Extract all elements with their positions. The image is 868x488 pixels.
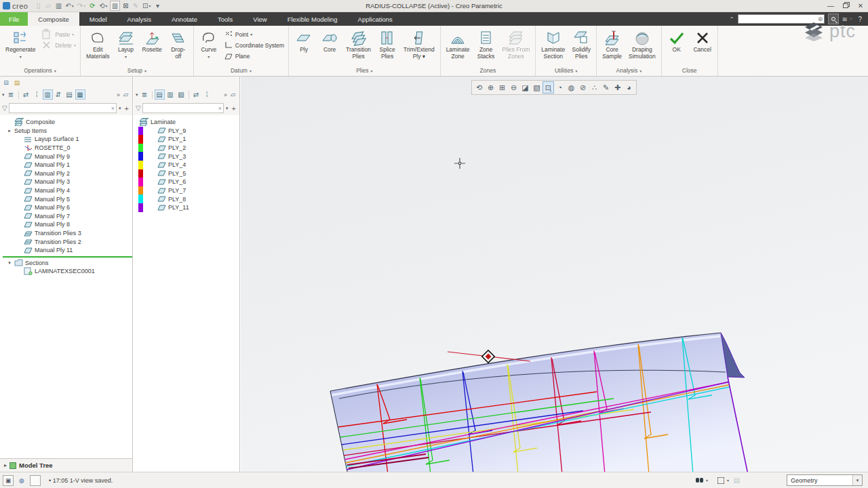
rosette-button[interactable]: Rosette: [140, 27, 165, 66]
ok-button[interactable]: OK: [665, 27, 689, 66]
point-button[interactable]: Point▾: [222, 29, 285, 39]
core-sample-button[interactable]: CoreSample: [599, 27, 625, 66]
tab-applications[interactable]: Applications: [348, 12, 403, 26]
close-window-icon[interactable]: ⊠: [121, 1, 130, 11]
minimize-button[interactable]: —: [823, 1, 838, 12]
ply-item-ply_9[interactable]: PLY_9: [136, 127, 239, 136]
tab-annotate[interactable]: Annotate: [161, 12, 208, 26]
tree-item-manual-ply-9[interactable]: Manual Ply 9: [3, 152, 132, 161]
laminate-options-caret[interactable]: ▾: [135, 92, 139, 98]
coordinate-system-button[interactable]: Coordinate System: [222, 40, 285, 50]
laminate-zone-button[interactable]: LaminateZone: [443, 27, 473, 66]
laminate-icon[interactable]: ≣: [140, 89, 150, 100]
tree-item-laminatexsec0001[interactable]: LAMINATEXSEC0001: [3, 267, 132, 276]
select-marquee-icon[interactable]: [717, 477, 724, 484]
status-blank-icon[interactable]: [30, 475, 41, 486]
tree-item-setup-items[interactable]: ▸Setup Items: [3, 127, 132, 136]
drop-off-button[interactable]: Drop-off: [166, 27, 191, 66]
restore-button[interactable]: [838, 1, 853, 12]
tree-item-layup-surface-1[interactable]: Layup Surface 1: [3, 135, 132, 144]
list-view-icon[interactable]: ▥: [165, 89, 176, 100]
ply-item-ply_7[interactable]: PLY_7: [136, 186, 239, 195]
model-tree-footer[interactable]: ▸ Model Tree: [0, 458, 132, 472]
refresh-icon[interactable]: ⟲▾: [98, 1, 108, 11]
report-icon[interactable]: ▱: [228, 89, 238, 100]
group-label-datum[interactable]: Datum▾: [197, 66, 285, 75]
overflow-icon[interactable]: »: [224, 92, 227, 98]
tab-file[interactable]: File: [0, 12, 28, 26]
report-icon[interactable]: ▱: [121, 89, 131, 100]
filter-dropdown-icon[interactable]: ▾: [225, 106, 229, 111]
status-select-icon[interactable]: ▣: [3, 475, 14, 486]
tab-view[interactable]: View: [243, 12, 277, 26]
ply-item-ply_8[interactable]: PLY_8: [136, 195, 239, 203]
tree-item-manual-ply-11[interactable]: Manual Ply 11: [3, 246, 132, 255]
hierarchy-icon[interactable]: ⇄: [21, 89, 31, 100]
tab-tools[interactable]: Tools: [208, 12, 243, 26]
ply-item-ply_4[interactable]: PLY_4: [136, 161, 239, 169]
list-icon[interactable]: ⁞: [32, 89, 42, 100]
layup-button[interactable]: Layup▾: [114, 27, 138, 66]
datum-point-marker[interactable]: [482, 350, 494, 363]
folder-browser-tab-icon[interactable]: ▤: [13, 79, 21, 87]
group-label-setup[interactable]: Setup▾: [83, 66, 191, 75]
composite-model[interactable]: [241, 77, 868, 472]
find-dropdown-icon[interactable]: ▾: [706, 478, 708, 483]
tree-item-composite[interactable]: Composite: [3, 118, 132, 127]
tree-item-manual-ply-6[interactable]: Manual Ply 6: [3, 203, 132, 212]
tab-model[interactable]: Model: [79, 12, 117, 26]
navigator-tab-icon[interactable]: ⊟: [2, 79, 10, 87]
windows-icon[interactable]: ▥: [110, 1, 120, 11]
tree-item-manual-ply-4[interactable]: Manual Ply 4: [3, 186, 132, 195]
laminate-section-button[interactable]: LaminateSection: [538, 27, 568, 66]
ply-item-ply_1[interactable]: PLY_1: [136, 135, 239, 144]
model-tree-icon[interactable]: ≣: [6, 89, 16, 100]
hierarchy-icon[interactable]: ⇄: [191, 89, 201, 100]
regenerate-quick-icon[interactable]: ⟳: [87, 1, 97, 11]
filter-clear-icon[interactable]: ×: [218, 105, 222, 112]
marquee-dropdown-icon[interactable]: ▾: [727, 478, 729, 483]
ribbon-collapse-icon[interactable]: ⌃: [730, 16, 734, 22]
transition-plies-button[interactable]: TransitionPlies: [343, 27, 374, 66]
tree-item-transition-plies-3[interactable]: Transition Plies 3: [3, 229, 132, 238]
filter-clear-icon[interactable]: ×: [111, 105, 115, 112]
sort-filter-icon[interactable]: ⇵: [54, 89, 64, 100]
splice-plies-button[interactable]: SplicePlies: [375, 27, 399, 66]
columns-icon[interactable]: ▥: [43, 89, 53, 100]
group-label-operations[interactable]: Operations▾: [3, 66, 77, 75]
overflow-icon[interactable]: »: [117, 92, 120, 98]
ply-item-ply_11[interactable]: PLY_11: [136, 203, 239, 212]
close-button[interactable]: ✕: [853, 1, 868, 12]
layup-surface[interactable]: [330, 333, 748, 472]
group-label-plies[interactable]: Plies▾: [292, 66, 437, 75]
ply-button[interactable]: Ply: [292, 27, 316, 66]
qat-more-icon[interactable]: ▾: [153, 1, 162, 11]
tree-item-laminate[interactable]: Laminate: [136, 118, 239, 127]
filter-dropdown-icon[interactable]: ▾: [118, 106, 122, 111]
tree-item-manual-ply-5[interactable]: Manual Ply 5: [3, 195, 132, 203]
tree-item-sections[interactable]: ▾Sections: [3, 259, 132, 268]
save-icon[interactable]: ▥: [54, 1, 63, 11]
laminate-filter-input[interactable]: [143, 104, 223, 113]
filter-add-icon[interactable]: +: [123, 104, 130, 113]
find-icon[interactable]: [696, 478, 703, 483]
core-button[interactable]: Core: [317, 27, 342, 66]
zone-stacks-button[interactable]: ZoneStacks: [474, 27, 498, 66]
help-icon[interactable]: ?: [856, 16, 864, 23]
ply-item-ply_5[interactable]: PLY_5: [136, 169, 239, 178]
undo-icon[interactable]: ↶▾: [64, 1, 75, 11]
tree-item-manual-ply-2[interactable]: Manual Ply 2: [3, 169, 132, 178]
group-label-utilities[interactable]: Utilities▾: [538, 66, 593, 75]
cancel-button[interactable]: Cancel: [690, 27, 715, 66]
tree-item-manual-ply-3[interactable]: Manual Ply 3: [3, 178, 132, 186]
layers-icon[interactable]: ▤: [64, 89, 75, 100]
ply-item-ply_2[interactable]: PLY_2: [136, 144, 239, 152]
tab-flexible-modeling[interactable]: Flexible Modeling: [277, 12, 348, 26]
solidify-plies-button[interactable]: SolidifyPlies: [569, 27, 593, 66]
edit-materials-button[interactable]: EditMaterials: [83, 27, 112, 66]
tree-item-manual-ply-1[interactable]: Manual Ply 1: [3, 161, 132, 169]
status-web-icon[interactable]: ◍: [16, 475, 27, 486]
graphics-viewport[interactable]: ⟲⊕⊞⊖◪▧⊡▾◔◍⊘∴✎✚◕: [241, 77, 868, 472]
selection-filter-dropdown-icon[interactable]: ▾: [852, 475, 862, 485]
list-icon[interactable]: ⁞: [202, 89, 212, 100]
